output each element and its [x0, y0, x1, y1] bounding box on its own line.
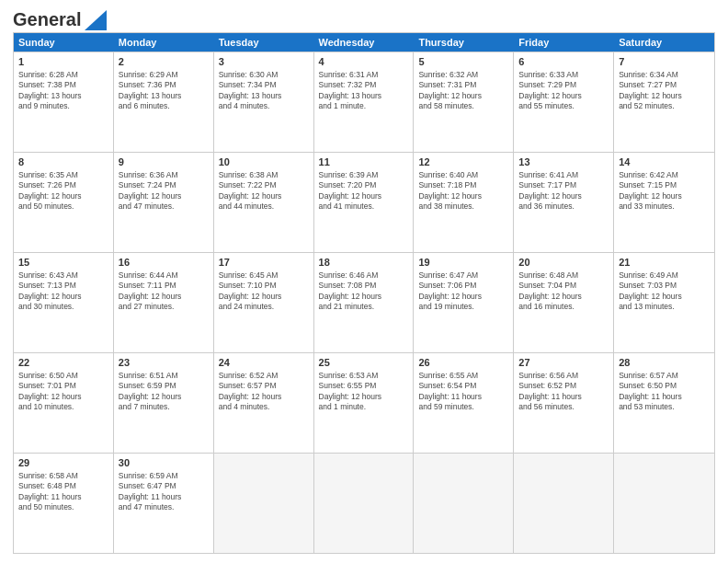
calendar-cell: 29Sunrise: 6:58 AM Sunset: 6:48 PM Dayli…: [14, 454, 114, 553]
day-number: 1: [18, 55, 108, 69]
day-info: Sunrise: 6:40 AM Sunset: 7:18 PM Dayligh…: [418, 170, 508, 213]
day-number: 5: [418, 55, 508, 69]
calendar-cell: 21Sunrise: 6:49 AM Sunset: 7:03 PM Dayli…: [614, 253, 714, 352]
calendar-cell: 4Sunrise: 6:31 AM Sunset: 7:32 PM Daylig…: [314, 52, 415, 152]
day-number: 6: [518, 55, 609, 69]
calendar-body: 1Sunrise: 6:28 AM Sunset: 7:38 PM Daylig…: [14, 52, 714, 553]
calendar-cell: 22Sunrise: 6:50 AM Sunset: 7:01 PM Dayli…: [14, 353, 114, 453]
day-info: Sunrise: 6:42 AM Sunset: 7:15 PM Dayligh…: [619, 170, 710, 213]
day-info: Sunrise: 6:41 AM Sunset: 7:17 PM Dayligh…: [518, 170, 609, 213]
calendar-cell: 2Sunrise: 6:29 AM Sunset: 7:36 PM Daylig…: [114, 52, 214, 152]
day-info: Sunrise: 6:50 AM Sunset: 7:01 PM Dayligh…: [18, 371, 108, 413]
day-number: 28: [619, 356, 710, 370]
calendar-cell: 18Sunrise: 6:46 AM Sunset: 7:08 PM Dayli…: [314, 253, 415, 352]
calendar-cell: 24Sunrise: 6:52 AM Sunset: 6:57 PM Dayli…: [214, 353, 314, 453]
calendar-cell: 11Sunrise: 6:39 AM Sunset: 7:20 PM Dayli…: [314, 153, 415, 252]
day-info: Sunrise: 6:57 AM Sunset: 6:50 PM Dayligh…: [619, 371, 710, 413]
day-info: Sunrise: 6:56 AM Sunset: 6:52 PM Dayligh…: [518, 371, 609, 413]
day-number: 22: [18, 356, 108, 370]
day-number: 25: [319, 356, 409, 370]
calendar-cell: 5Sunrise: 6:32 AM Sunset: 7:31 PM Daylig…: [414, 52, 514, 152]
day-info: Sunrise: 6:34 AM Sunset: 7:27 PM Dayligh…: [619, 70, 710, 112]
day-number: 20: [518, 256, 609, 270]
calendar-header: Sunday Monday Tuesday Wednesday Thursday…: [14, 33, 714, 52]
calendar-cell: 30Sunrise: 6:59 AM Sunset: 6:47 PM Dayli…: [114, 454, 214, 553]
day-info: Sunrise: 6:43 AM Sunset: 7:13 PM Dayligh…: [18, 270, 108, 313]
calendar-cell: 26Sunrise: 6:55 AM Sunset: 6:54 PM Dayli…: [414, 353, 514, 453]
day-info: Sunrise: 6:33 AM Sunset: 7:29 PM Dayligh…: [518, 70, 609, 112]
svg-marker-0: [85, 10, 107, 30]
calendar-row-4: 29Sunrise: 6:58 AM Sunset: 6:48 PM Dayli…: [14, 453, 714, 553]
logo-icon: [81, 10, 107, 30]
day-info: Sunrise: 6:59 AM Sunset: 6:47 PM Dayligh…: [119, 471, 209, 513]
header-wednesday: Wednesday: [314, 33, 415, 52]
day-number: 24: [219, 356, 309, 370]
page: General Sunday Monday Tuesday Wednesday …: [0, 0, 728, 563]
calendar-cell: 14Sunrise: 6:42 AM Sunset: 7:15 PM Dayli…: [614, 153, 714, 252]
day-info: Sunrise: 6:29 AM Sunset: 7:36 PM Dayligh…: [119, 70, 209, 112]
day-info: Sunrise: 6:45 AM Sunset: 7:10 PM Dayligh…: [219, 270, 309, 313]
calendar-cell: 8Sunrise: 6:35 AM Sunset: 7:26 PM Daylig…: [14, 153, 114, 252]
calendar-cell: [614, 454, 714, 553]
calendar-cell: 19Sunrise: 6:47 AM Sunset: 7:06 PM Dayli…: [414, 253, 514, 352]
calendar-row-1: 8Sunrise: 6:35 AM Sunset: 7:26 PM Daylig…: [14, 152, 714, 252]
calendar-row-2: 15Sunrise: 6:43 AM Sunset: 7:13 PM Dayli…: [14, 252, 714, 352]
day-info: Sunrise: 6:52 AM Sunset: 6:57 PM Dayligh…: [219, 371, 309, 413]
day-info: Sunrise: 6:32 AM Sunset: 7:31 PM Dayligh…: [418, 70, 508, 112]
day-number: 12: [418, 155, 508, 169]
day-info: Sunrise: 6:58 AM Sunset: 6:48 PM Dayligh…: [18, 471, 108, 513]
header-thursday: Thursday: [414, 33, 514, 52]
calendar-row-0: 1Sunrise: 6:28 AM Sunset: 7:38 PM Daylig…: [14, 52, 714, 152]
day-info: Sunrise: 6:36 AM Sunset: 7:24 PM Dayligh…: [119, 170, 209, 213]
day-info: Sunrise: 6:53 AM Sunset: 6:55 PM Dayligh…: [319, 371, 409, 413]
day-info: Sunrise: 6:47 AM Sunset: 7:06 PM Dayligh…: [418, 270, 508, 313]
calendar-cell: [214, 454, 314, 553]
calendar-cell: 12Sunrise: 6:40 AM Sunset: 7:18 PM Dayli…: [414, 153, 514, 252]
day-number: 9: [119, 155, 209, 169]
day-number: 15: [18, 256, 108, 270]
header-monday: Monday: [114, 33, 214, 52]
calendar-cell: 7Sunrise: 6:34 AM Sunset: 7:27 PM Daylig…: [614, 52, 714, 152]
calendar-cell: 15Sunrise: 6:43 AM Sunset: 7:13 PM Dayli…: [14, 253, 114, 352]
day-info: Sunrise: 6:44 AM Sunset: 7:11 PM Dayligh…: [119, 270, 209, 313]
header-sunday: Sunday: [14, 33, 114, 52]
day-info: Sunrise: 6:28 AM Sunset: 7:38 PM Dayligh…: [18, 70, 108, 112]
day-number: 7: [619, 55, 710, 69]
calendar-cell: 16Sunrise: 6:44 AM Sunset: 7:11 PM Dayli…: [114, 253, 214, 352]
calendar: Sunday Monday Tuesday Wednesday Thursday…: [13, 32, 715, 554]
day-number: 18: [319, 256, 409, 270]
calendar-cell: [514, 454, 614, 553]
calendar-cell: 20Sunrise: 6:48 AM Sunset: 7:04 PM Dayli…: [514, 253, 614, 352]
calendar-cell: 9Sunrise: 6:36 AM Sunset: 7:24 PM Daylig…: [114, 153, 214, 252]
calendar-cell: 6Sunrise: 6:33 AM Sunset: 7:29 PM Daylig…: [514, 52, 614, 152]
day-number: 11: [319, 155, 409, 169]
logo-general: General: [13, 9, 81, 30]
day-number: 30: [119, 456, 209, 470]
day-number: 3: [219, 55, 309, 69]
day-number: 4: [319, 55, 409, 69]
header-saturday: Saturday: [614, 33, 714, 52]
header: General: [13, 9, 715, 27]
calendar-row-3: 22Sunrise: 6:50 AM Sunset: 7:01 PM Dayli…: [14, 352, 714, 453]
calendar-cell: 13Sunrise: 6:41 AM Sunset: 7:17 PM Dayli…: [514, 153, 614, 252]
day-info: Sunrise: 6:30 AM Sunset: 7:34 PM Dayligh…: [219, 70, 309, 112]
day-info: Sunrise: 6:35 AM Sunset: 7:26 PM Dayligh…: [18, 170, 108, 213]
calendar-cell: 25Sunrise: 6:53 AM Sunset: 6:55 PM Dayli…: [314, 353, 415, 453]
day-number: 19: [418, 256, 508, 270]
day-info: Sunrise: 6:51 AM Sunset: 6:59 PM Dayligh…: [119, 371, 209, 413]
day-number: 2: [119, 55, 209, 69]
day-info: Sunrise: 6:49 AM Sunset: 7:03 PM Dayligh…: [619, 270, 710, 313]
calendar-cell: 3Sunrise: 6:30 AM Sunset: 7:34 PM Daylig…: [214, 52, 314, 152]
day-number: 23: [119, 356, 209, 370]
day-number: 27: [518, 356, 609, 370]
day-info: Sunrise: 6:46 AM Sunset: 7:08 PM Dayligh…: [319, 270, 409, 313]
day-number: 29: [18, 456, 108, 470]
day-number: 16: [119, 256, 209, 270]
day-info: Sunrise: 6:31 AM Sunset: 7:32 PM Dayligh…: [319, 70, 409, 112]
day-info: Sunrise: 6:39 AM Sunset: 7:20 PM Dayligh…: [319, 170, 409, 213]
calendar-cell: 17Sunrise: 6:45 AM Sunset: 7:10 PM Dayli…: [214, 253, 314, 352]
day-info: Sunrise: 6:48 AM Sunset: 7:04 PM Dayligh…: [518, 270, 609, 313]
calendar-cell: [414, 454, 514, 553]
day-number: 8: [18, 155, 108, 169]
day-number: 17: [219, 256, 309, 270]
